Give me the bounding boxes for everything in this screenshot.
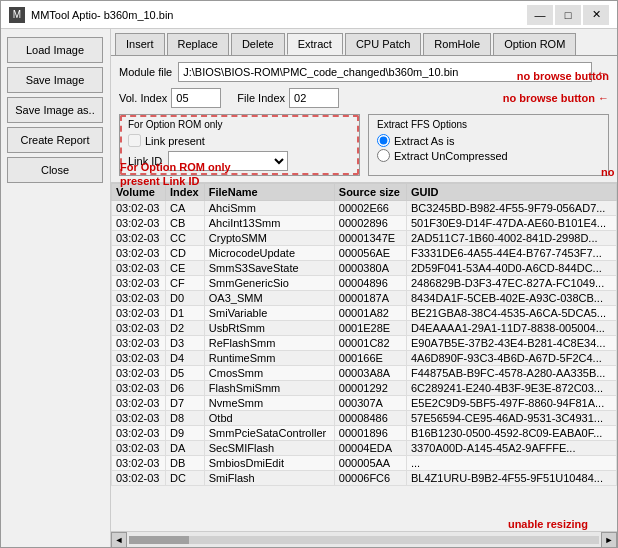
table-cell: BC3245BD-B982-4F55-9F79-056AD7...	[406, 201, 616, 216]
extract-as-is-radio[interactable]	[377, 134, 390, 147]
table-row[interactable]: 03:02-03D1SmiVariable00001A82BE21GBA8-38…	[112, 306, 617, 321]
table-row[interactable]: 03:02-03D5CmosSmm00003A8AF44875AB-B9FC-4…	[112, 366, 617, 381]
col-guid: GUID	[406, 184, 616, 201]
table-cell: SmiFlash	[204, 471, 334, 486]
tab-replace[interactable]: Replace	[167, 33, 229, 55]
scroll-track[interactable]	[129, 536, 599, 544]
for-option-rom-title: For Option ROM only	[128, 119, 351, 130]
table-cell: 0000380A	[334, 261, 406, 276]
table-cell: 00001292	[334, 381, 406, 396]
table-cell: CmosSmm	[204, 366, 334, 381]
table-cell: 03:02-03	[112, 306, 166, 321]
table-cell: 3370A00D-A145-45A2-9AFFFE...	[406, 441, 616, 456]
table-cell: CC	[165, 231, 204, 246]
table-row[interactable]: 03:02-03D0OA3_SMM0000187A8434DA1F-5CEB-4…	[112, 291, 617, 306]
table-cell: 00001896	[334, 426, 406, 441]
table-cell: 00001C82	[334, 336, 406, 351]
scroll-left-button[interactable]: ◄	[111, 532, 127, 548]
vol-index-input[interactable]	[171, 88, 221, 108]
table-row[interactable]: 03:02-03D9SmmPcieSataController00001896B…	[112, 426, 617, 441]
table-row[interactable]: 03:02-03D8Otbd0000848657E56594-CE95-46AD…	[112, 411, 617, 426]
link-id-select[interactable]	[168, 151, 288, 171]
file-index-group: File Index	[237, 88, 339, 108]
table-cell: D5	[165, 366, 204, 381]
save-image-button[interactable]: Save Image	[7, 67, 103, 93]
table-row[interactable]: 03:02-03D4RuntimeSmm000166E4A6D890F-93C3…	[112, 351, 617, 366]
table-cell: CB	[165, 216, 204, 231]
table-cell: DB	[165, 456, 204, 471]
tab-option-rom[interactable]: Option ROM	[493, 33, 576, 55]
scroll-thumb[interactable]	[129, 536, 189, 544]
table-row[interactable]: 03:02-03CAAhciSmm00002E66BC3245BD-B982-4…	[112, 201, 617, 216]
table-row[interactable]: 03:02-03CBAhciInt13Smm00002896501F30E9-D…	[112, 216, 617, 231]
table-cell: 2AD511C7-1B60-4002-841D-2998D...	[406, 231, 616, 246]
no-browse-annotation: no browse button	[517, 70, 609, 82]
load-image-button[interactable]: Load Image	[7, 37, 103, 63]
save-image-as-button[interactable]: Save Image as..	[7, 97, 103, 123]
tab-cpu-patch[interactable]: CPU Patch	[345, 33, 421, 55]
table-row[interactable]: 03:02-03CDMicrocodeUpdate000056AEF3331DE…	[112, 246, 617, 261]
extract-ffs-group: Extract FFS Options Extract As is Extrac…	[368, 114, 609, 176]
vol-index-label: Vol. Index	[119, 92, 167, 104]
options-row: For Option ROM only Link present Link ID	[119, 114, 609, 176]
table-cell: 03:02-03	[112, 396, 166, 411]
table-cell: 03:02-03	[112, 231, 166, 246]
table-row[interactable]: 03:02-03D3ReFlashSmm00001C82E90A7B5E-37B…	[112, 336, 617, 351]
table-cell: D7	[165, 396, 204, 411]
table-cell: 00006FC6	[334, 471, 406, 486]
table-cell: OA3_SMM	[204, 291, 334, 306]
table-row[interactable]: 03:02-03D7NvmeSmm000307AE5E2C9D9-5BF5-49…	[112, 396, 617, 411]
table-cell: SmmGenericSio	[204, 276, 334, 291]
create-report-button[interactable]: Create Report	[7, 127, 103, 153]
scroll-right-button[interactable]: ►	[601, 532, 617, 548]
tab-insert[interactable]: Insert	[115, 33, 165, 55]
table-cell: 03:02-03	[112, 426, 166, 441]
modules-table: Volume Index FileName Source size GUID 0…	[111, 183, 617, 486]
close-button[interactable]: ✕	[583, 5, 609, 25]
table-row[interactable]: 03:02-03DASecSMIFlash00004EDA3370A00D-A1…	[112, 441, 617, 456]
table-cell: D8	[165, 411, 204, 426]
maximize-button[interactable]: □	[555, 5, 581, 25]
table-cell: D0	[165, 291, 204, 306]
table-cell: 03:02-03	[112, 366, 166, 381]
table-cell: D2	[165, 321, 204, 336]
vol-index-row: Vol. Index File Index no browse button ←	[119, 88, 609, 108]
table-row[interactable]: 03:02-03CFSmmGenericSio000048962486829B-…	[112, 276, 617, 291]
right-panel: Insert Replace Delete Extract CPU Patch …	[111, 29, 617, 547]
table-cell: CD	[165, 246, 204, 261]
extract-uncompressed-radio[interactable]	[377, 149, 390, 162]
table-cell: 03:02-03	[112, 201, 166, 216]
extract-ffs-title: Extract FFS Options	[377, 119, 600, 130]
table-wrapper[interactable]: Volume Index FileName Source size GUID 0…	[111, 183, 617, 531]
table-row[interactable]: 03:02-03DCSmiFlash00006FC6BL4Z1URU-B9B2-…	[112, 471, 617, 486]
table-cell: BE21GBA8-38C4-4535-A6CA-5DCA5...	[406, 306, 616, 321]
tab-delete[interactable]: Delete	[231, 33, 285, 55]
module-file-label: Module file	[119, 66, 172, 78]
table-cell: CA	[165, 201, 204, 216]
link-present-checkbox[interactable]	[128, 134, 141, 147]
table-cell: D4	[165, 351, 204, 366]
table-cell: D9	[165, 426, 204, 441]
close-button-side[interactable]: Close	[7, 157, 103, 183]
tab-extract[interactable]: Extract	[287, 33, 343, 55]
table-row[interactable]: 03:02-03CCCryptoSMM00001347E2AD511C7-1B6…	[112, 231, 617, 246]
file-index-label: File Index	[237, 92, 285, 104]
minimize-button[interactable]: —	[527, 5, 553, 25]
tab-romhole[interactable]: RomHole	[423, 33, 491, 55]
table-cell: D4EAAAA1-29A1-11D7-8838-005004...	[406, 321, 616, 336]
table-cell: CE	[165, 261, 204, 276]
table-cell: 03:02-03	[112, 336, 166, 351]
table-cell: 00001347E	[334, 231, 406, 246]
horizontal-scrollbar[interactable]: ◄ ►	[111, 531, 617, 547]
window-title: MMTool Aptio- b360m_10.bin	[31, 9, 527, 21]
table-row[interactable]: 03:02-03DBSmbiosDmiEdit000005AA...	[112, 456, 617, 471]
table-row[interactable]: 03:02-03D2UsbRtSmm0001E28ED4EAAAA1-29A1-…	[112, 321, 617, 336]
table-cell: 4A6D890F-93C3-4B6D-A67D-5F2C4...	[406, 351, 616, 366]
file-index-input[interactable]	[289, 88, 339, 108]
table-cell: 0001E28E	[334, 321, 406, 336]
window-controls: — □ ✕	[527, 5, 609, 25]
table-row[interactable]: 03:02-03CESmmS3SaveState0000380A2D59F041…	[112, 261, 617, 276]
table-row[interactable]: 03:02-03D6FlashSmiSmm000012926C289241-E2…	[112, 381, 617, 396]
table-cell: 03:02-03	[112, 411, 166, 426]
main-window: M MMTool Aptio- b360m_10.bin — □ ✕ Load …	[0, 0, 618, 548]
